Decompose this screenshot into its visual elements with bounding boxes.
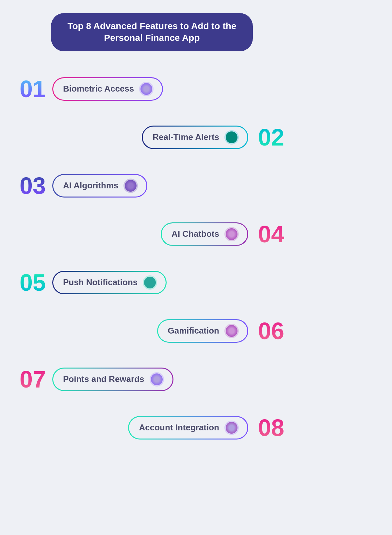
feature-dot-03	[125, 180, 137, 192]
feature-pill-06: Gamification	[157, 319, 248, 343]
feature-label-03: AI Algorithms	[63, 181, 118, 191]
feature-number-03: 03	[16, 174, 49, 198]
feature-label-08: Account Integration	[139, 423, 219, 433]
feature-label-02: Real-Time Alerts	[153, 132, 219, 142]
feature-pill-07: Points and Rewards	[52, 368, 173, 391]
feature-pill-08: Account Integration	[128, 416, 248, 440]
feature-dot-04	[226, 228, 237, 240]
feature-row-03: 03 AI Algorithms	[7, 164, 297, 207]
feature-number-05: 05	[16, 271, 49, 294]
feature-dot-07	[151, 373, 163, 385]
feature-pill-01: Biometric Access	[52, 77, 163, 101]
feature-dot-01	[140, 83, 152, 95]
feature-number-04: 04	[255, 222, 287, 246]
feature-pill-02: Real-Time Alerts	[142, 126, 248, 149]
feature-row-05: 05 Push Notifications	[7, 261, 297, 304]
feature-pill-04: AI Chatbots	[161, 222, 248, 246]
title-box: Top 8 Advanced Features to Add to the Pe…	[51, 13, 253, 51]
feature-dot-08	[226, 422, 237, 434]
feature-number-02: 02	[255, 126, 287, 149]
features-list: 01 Biometric Access Real-Time Alerts 02 …	[7, 68, 297, 455]
feature-row-04: AI Chatbots 04	[7, 213, 297, 255]
feature-number-08: 08	[255, 416, 287, 440]
feature-row-01: 01 Biometric Access	[7, 68, 297, 110]
feature-label-01: Biometric Access	[63, 84, 134, 94]
feature-dot-06	[226, 325, 237, 337]
feature-pill-05: Push Notifications	[52, 271, 167, 294]
feature-number-01: 01	[16, 77, 49, 101]
feature-label-07: Points and Rewards	[63, 374, 144, 384]
feature-row-08: Account Integration 08	[7, 406, 297, 449]
feature-row-02: Real-Time Alerts 02	[7, 116, 297, 159]
feature-dot-05	[144, 277, 156, 288]
feature-pill-03: AI Algorithms	[52, 174, 147, 198]
feature-label-05: Push Notifications	[63, 277, 138, 287]
feature-number-07: 07	[16, 368, 49, 391]
main-title: Top 8 Advanced Features to Add to the Pe…	[67, 20, 236, 44]
feature-row-06: Gamification 06	[7, 310, 297, 352]
feature-number-06: 06	[255, 319, 287, 343]
feature-dot-02	[226, 131, 237, 143]
feature-label-06: Gamification	[168, 326, 219, 336]
feature-row-07: 07 Points and Rewards	[7, 358, 297, 401]
feature-label-04: AI Chatbots	[172, 229, 219, 239]
